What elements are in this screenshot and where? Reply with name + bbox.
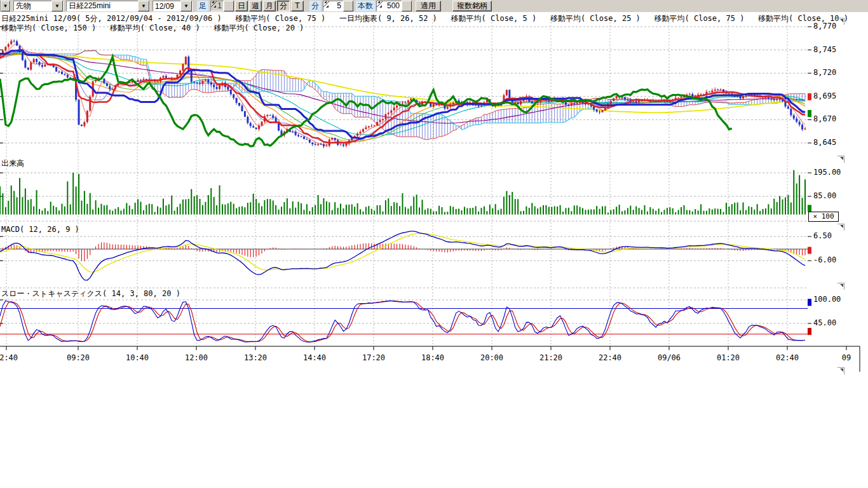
panel-resize-icon[interactable]: [837, 156, 844, 163]
x-axis-label: 21:20: [539, 353, 562, 362]
x-axis-label: 09/06: [658, 353, 681, 362]
y-axis-label: 6.50: [813, 232, 832, 240]
stochastics-panel-title: スロー・ストキャスティクス( 14, 3, 80, 20 ): [1, 290, 180, 298]
x-axis-label: 20:00: [480, 353, 503, 362]
x-axis-label: 09: [842, 353, 851, 362]
y-axis-label: 100.00: [813, 295, 841, 304]
chart-header-line2: 移動平均( Close, 150 ) 移動平均( Close, 40 ) 移動平…: [1, 24, 304, 32]
y-axis-label: 45.00: [813, 319, 836, 327]
y-axis-label: 8,770: [813, 22, 836, 30]
panel-resize-icon[interactable]: [837, 18, 844, 25]
y-axis-label: 195.00: [813, 168, 841, 177]
macd-panel-title: MACD( 12, 26, 9 ): [1, 226, 79, 234]
chart-header-line1: 日経225mini 12/09( 5分, 2012/09/04 - 2012/0…: [1, 15, 848, 23]
panel-resize-icon[interactable]: [837, 367, 844, 374]
x-axis-label: 17:20: [362, 353, 385, 362]
y-axis-label: 8,695: [813, 92, 836, 100]
y-axis-label: 8,720: [813, 69, 836, 77]
x-axis-label: 09:20: [67, 353, 90, 362]
y-axis-label: 8,745: [813, 46, 836, 54]
x-axis-label: 10:40: [126, 353, 149, 362]
x-axis-label: 02:40: [776, 353, 799, 362]
panel-resize-icon[interactable]: [837, 224, 844, 231]
x-axis-label: 02:40: [0, 353, 18, 362]
x-axis-label: 12:00: [185, 353, 208, 362]
y-axis-label: -6.00: [813, 256, 836, 264]
y-axis-label: 85.00: [813, 192, 836, 200]
x-axis-label: 01:20: [717, 353, 740, 362]
x-axis-label: 18:40: [421, 353, 444, 362]
volume-unit-box: × 100: [808, 212, 839, 222]
app-window: ▼ 先物 ▼ 日経225mini ▼ 12/09 ▼ 足 1 日 週 月 分 T…: [0, 0, 868, 488]
panel-resize-icon[interactable]: [837, 283, 844, 290]
x-axis-label: 14:40: [303, 353, 326, 362]
chart-canvas[interactable]: [0, 0, 868, 488]
x-axis-label: 22:40: [599, 353, 621, 362]
x-axis-label: 13:20: [244, 353, 267, 362]
y-axis-label: 8,670: [813, 115, 836, 123]
y-axis-label: 8,645: [813, 139, 836, 147]
volume-panel-title: 出来高: [1, 159, 24, 168]
